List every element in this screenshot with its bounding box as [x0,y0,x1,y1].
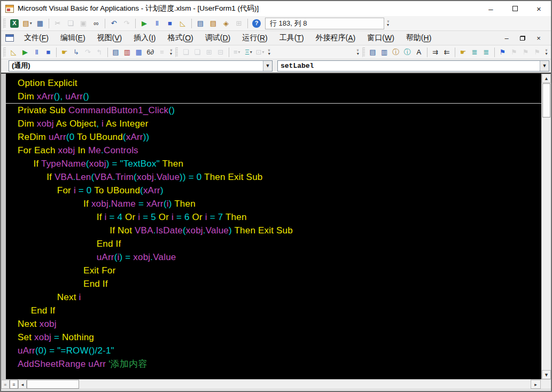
horizontal-scroll-thumb[interactable] [27,380,79,389]
document-window-icon[interactable] [5,34,14,42]
parameter-info-icon[interactable]: ⓘ [401,46,413,58]
break-icon[interactable]: Ⅱ [151,18,164,29]
save-icon[interactable]: ▦ [34,18,46,29]
horizontal-scroll-track[interactable] [79,380,531,389]
code-line: uArr(0) = "=ROW()/2-1" [18,344,541,357]
undo-icon[interactable]: ↶ [107,18,120,29]
make-same-size-icon[interactable]: ⊡▾ [254,46,266,58]
locals-window-icon[interactable]: ▤ [110,46,122,58]
form-toolbar-options-button[interactable]: »▾ [266,46,273,58]
run-icon[interactable]: ▶ [138,18,151,29]
scroll-left-button[interactable]: ◂ [18,380,27,389]
code-editor[interactable]: Option ExplicitDim xArr(), uArr()Private… [6,74,541,379]
menu-item-r[interactable]: 运行(R) [236,31,273,45]
reset-icon[interactable]: ■ [164,18,176,29]
call-stack-icon[interactable]: ≡ [156,46,168,58]
excel-icon[interactable]: X [8,18,21,29]
complete-word-icon[interactable]: A [413,46,425,58]
copy-icon[interactable]: ❏ [64,18,77,29]
close-button[interactable]: × [527,1,551,16]
scroll-down-button[interactable]: ▼ [542,370,551,379]
toolbar-grip-handle[interactable] [3,19,6,28]
outdent-icon[interactable]: ⇇ [441,46,453,58]
insert-userform-icon[interactable]: ▤▾ [21,18,34,29]
menu-item-a[interactable]: 外接程序(A) [310,31,362,45]
procedure-combobox-dropdown-arrow[interactable]: ▼ [540,61,549,71]
design-mode-icon[interactable]: ◺ [8,46,20,58]
mdi-minimize-button[interactable]: – [500,33,514,43]
properties-window-icon[interactable]: ▤ [207,18,220,29]
menu-item-d[interactable]: 调试(D) [199,31,236,45]
scroll-right-button[interactable]: ▸ [531,380,541,389]
toggle-breakpoint-hand-icon[interactable]: ☛ [59,46,71,58]
bring-to-front-icon[interactable]: ❏ [180,46,192,58]
menu-item-o[interactable]: 格式(O) [162,31,199,45]
minimize-button[interactable]: – [479,1,503,16]
previous-bookmark-icon[interactable]: ⚑ [520,46,532,58]
menu-item-t[interactable]: 工具(T) [274,31,310,45]
reset-icon[interactable]: ■ [43,46,55,58]
vertical-scroll-thumb[interactable] [542,83,550,117]
menu-item-v[interactable]: 视图(V) [91,31,128,45]
procedure-combobox[interactable]: setLabel ▼ [277,60,549,72]
toolbar-chevron-button[interactable]: »▾ [354,46,361,58]
quick-info-icon[interactable]: ⓘ [390,46,402,58]
list-properties-icon[interactable]: ▤ [367,46,379,58]
scroll-up-button[interactable]: ▲ [542,74,551,83]
toolbox-icon[interactable]: ⊞ [232,18,245,29]
menu-item-w[interactable]: 窗口(W) [361,31,400,45]
menu-item-f[interactable]: 文件(F) [18,31,55,45]
vertical-scrollbar[interactable]: ▲ ▼ [541,74,551,379]
group-icon[interactable]: ⊞ [203,46,215,58]
step-out-icon[interactable]: ↰ [94,46,105,58]
help-icon[interactable]: ? [250,18,263,29]
align-icon[interactable]: ≡▾ [231,46,243,58]
toolbar-options-button[interactable]: »▾ [384,18,392,29]
indent-icon[interactable]: ⇉ [430,46,441,58]
comment-block-icon[interactable]: ≣ [469,46,481,58]
paste-icon[interactable]: ▣ [77,18,90,29]
breakpoint-hand-icon[interactable]: ☛ [457,46,469,58]
procedure-view-button[interactable]: = [1,380,10,389]
toggle-bookmark-icon[interactable]: ⚑ [497,46,509,58]
vertical-scroll-track[interactable] [542,83,551,370]
mdi-restore-button[interactable] [516,33,530,43]
find-icon[interactable]: ∞ [90,18,103,29]
next-bookmark-icon[interactable]: ⚑ [508,46,520,58]
break-icon[interactable]: Ⅱ [31,46,43,58]
margin-indicator-bar[interactable] [1,74,6,379]
send-to-back-icon[interactable]: ❏ [192,46,204,58]
menu-item-e[interactable]: 编辑(E) [55,31,91,45]
clear-bookmarks-icon[interactable]: ⚑ [532,46,543,58]
ungroup-icon[interactable]: ⊟ [215,46,227,58]
maximize-button[interactable] [503,1,527,16]
object-combobox[interactable]: (通用) ▼ [9,60,273,72]
cut-icon[interactable]: ✂ [51,18,64,29]
full-module-view-button[interactable]: ≡ [10,380,18,389]
watch-window-icon[interactable]: ▦ [133,46,145,58]
step-over-icon[interactable]: ↷ [82,46,94,58]
toolbar-grip-handle[interactable] [362,48,365,57]
dropdown-arrow-icon: ▾ [238,50,240,54]
object-browser-icon[interactable]: ◈ [220,18,232,29]
design-mode-icon[interactable]: ◺ [176,18,189,29]
immediate-window-icon[interactable]: ▥ [121,46,133,58]
list-constants-icon[interactable]: ▥ [378,46,390,58]
menu-item-i[interactable]: 插入(I) [128,31,161,45]
project-explorer-icon[interactable]: ▤ [194,18,207,29]
redo-icon[interactable]: ↷ [120,18,133,29]
toolbar-grip-handle[interactable] [3,48,6,57]
quick-watch-icon[interactable]: 6∂ [144,46,156,58]
debug-toolbar-options-button[interactable]: »▾ [168,46,175,58]
mdi-close-button[interactable]: × [532,33,546,43]
center-icon[interactable]: Ξ▾ [243,46,254,58]
menu-item-h[interactable]: 帮助(H) [400,31,437,45]
title-bar[interactable]: Microsoft Visual Basic for Applications … [1,1,551,16]
code-line: End If [18,237,541,250]
uncomment-block-icon[interactable]: ≣ [480,46,492,58]
object-combobox-dropdown-arrow[interactable]: ▼ [263,61,272,71]
run-icon[interactable]: ▶ [19,46,31,58]
step-into-icon[interactable]: ↳ [71,46,82,58]
toolbar-grip-handle[interactable] [175,48,178,57]
edit-toolbar-options-button[interactable]: »▾ [543,46,550,58]
